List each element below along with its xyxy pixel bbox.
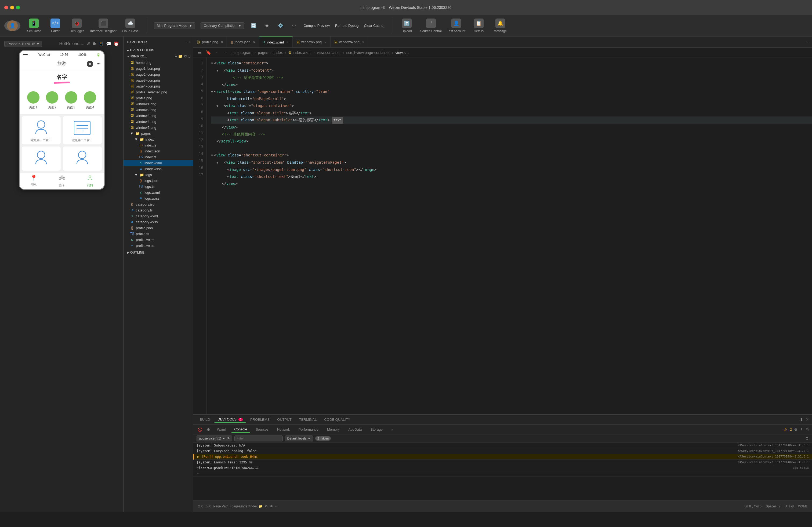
tab-code-quality[interactable]: CODE QUALITY <box>321 417 353 423</box>
console-clear-icon[interactable]: 🚫 <box>197 426 203 433</box>
file-window2-png[interactable]: 🖼 window2.png <box>124 107 193 113</box>
panel-close-icon[interactable]: ✕ <box>805 417 809 422</box>
tab-window5-png[interactable]: 🖼 window5.png × <box>293 36 331 48</box>
sim-record-icon[interactable]: ⏺ <box>92 41 97 46</box>
tab-index-wxml[interactable]: ≤ index.wxml × <box>259 36 293 48</box>
status-encoding[interactable]: UTF-8 <box>785 505 794 508</box>
console-filter-input[interactable] <box>234 436 283 441</box>
file-category-json[interactable]: {} category.json <box>124 201 193 207</box>
more-status-dots[interactable]: ⋯ <box>275 505 278 508</box>
tab-output[interactable]: OUTPUT <box>274 417 294 423</box>
phone-icon-3[interactable]: 页面3 <box>65 91 77 110</box>
nav-icon-left[interactable]: ☰ <box>197 50 202 55</box>
status-lang[interactable]: WXML <box>798 505 808 508</box>
file-logs-ts[interactable]: TS logs.ts <box>124 183 193 190</box>
file-page2-icon-png[interactable]: 🖼 page2-icon.png <box>124 71 193 77</box>
source-control-button[interactable]: ⑂ Source Control <box>420 18 442 33</box>
sim-phone-icon[interactable]: 📱 <box>99 41 104 46</box>
file-category-wxss[interactable]: ≅ category.wxss <box>124 219 193 225</box>
file-logs-wxss[interactable]: ≅ logs.wxss <box>124 195 193 201</box>
file-window5-png[interactable]: 🖼 window5.png <box>124 124 193 131</box>
nav-back-icon[interactable]: ← <box>214 50 221 55</box>
device-selector[interactable]: iPhone 5 100% 16 ▼ <box>4 41 42 47</box>
minimize-button[interactable] <box>10 6 14 10</box>
file-page1-icon-png[interactable]: 🖼 page1-icon.png <box>124 65 193 71</box>
collapse-icon[interactable]: ⤵ <box>188 54 190 59</box>
folder-logs[interactable]: ▼ 📁 logs <box>124 172 193 178</box>
sub-tab-wxml[interactable]: Wxml <box>214 426 229 433</box>
file-home-png[interactable]: 🖼 home.png <box>124 60 193 65</box>
close-tab-index-wxml[interactable]: × <box>287 40 289 44</box>
close-tab-profile[interactable]: × <box>221 40 223 44</box>
sub-tab-console[interactable]: Console <box>231 426 250 433</box>
new-folder-icon[interactable]: 📁 <box>178 54 183 59</box>
sim-bubble-icon[interactable]: 💬 <box>106 41 112 46</box>
tab-problems[interactable]: PROBLEMS <box>247 417 273 423</box>
console-row-prompt[interactable]: > <box>193 471 812 477</box>
tab-build[interactable]: BUILD <box>197 417 213 423</box>
console-gear-icon[interactable]: ⚙ <box>805 436 809 441</box>
explorer-more-icon[interactable]: ⋯ <box>186 40 190 44</box>
close-tab-window4[interactable]: × <box>362 40 364 44</box>
file-index-wxss[interactable]: ≅ index.wxss <box>124 166 193 172</box>
eye-status-icon[interactable]: 👁 <box>270 505 273 508</box>
tab-terminal[interactable]: TERMINAL <box>296 417 320 423</box>
file-page4-icon-png[interactable]: 🖼 page4-icon.png <box>124 83 193 89</box>
file-profile-png[interactable]: 🖼 profile.png <box>124 95 193 101</box>
simulator-button[interactable]: 📱 Simulator <box>26 18 42 33</box>
file-profile-wxml[interactable]: ≤ profile.wxml <box>124 237 193 243</box>
close-button[interactable] <box>4 6 8 10</box>
appservice-select[interactable]: appservice (#1) ▼ 👁 <box>197 436 232 441</box>
mini-program-mode-select[interactable]: Mini Program Mode ▼ <box>154 22 195 29</box>
preview-eye-button[interactable]: 👁 <box>263 22 271 30</box>
refresh-button[interactable]: 🔄 <box>250 22 258 30</box>
tab-devtools[interactable]: DEVTOOLS 2 <box>214 416 246 423</box>
close-tab-window5[interactable]: × <box>324 40 327 44</box>
file-profile-json[interactable]: {} profile.json <box>124 225 193 231</box>
file-window3-png[interactable]: 🖼 window3.png <box>124 113 193 119</box>
maximize-button[interactable] <box>16 6 20 10</box>
file-logs-json[interactable]: {} logs.json <box>124 178 193 183</box>
test-account-button[interactable]: 👤 Test Account <box>447 18 465 33</box>
phone-window-1[interactable]: 这是第一个窗口 <box>22 116 61 144</box>
settings-gear-icon[interactable]: ⚙ <box>265 505 268 508</box>
file-profile-wxss[interactable]: ≅ profile.wxss <box>124 243 193 249</box>
sub-tab-appdata[interactable]: AppData <box>345 426 365 433</box>
outline-title[interactable]: ▶ OUTLINE <box>127 250 190 255</box>
file-window4-png[interactable]: 🖼 window4.png <box>124 119 193 124</box>
sim-refresh-icon[interactable]: ↺ <box>86 41 90 46</box>
nav-forward-icon[interactable]: → <box>223 50 229 55</box>
tab-window4-png[interactable]: 🖼 window4.png × <box>331 36 368 48</box>
panel-expand-icon[interactable]: ⬆ <box>800 417 803 422</box>
details-button[interactable]: 📋 Details <box>471 18 487 33</box>
console-settings-icon[interactable]: ⚙ <box>794 427 798 432</box>
sub-tab-performance[interactable]: Performance <box>295 426 322 433</box>
sub-tab-network[interactable]: Network <box>274 426 293 433</box>
phone-window-4[interactable] <box>63 147 102 171</box>
file-index-json[interactable]: {} index.json <box>124 148 193 154</box>
console-kebab-icon[interactable]: ⋮ <box>800 427 803 432</box>
status-warnings[interactable]: ⚠ 0 <box>205 505 211 508</box>
file-profile-selected-png[interactable]: 🖼 profile_selected.png <box>124 89 193 95</box>
phone-window-2[interactable]: 这是第二个窗口 <box>63 116 102 144</box>
file-category-ts[interactable]: TS category.ts <box>124 207 193 213</box>
debugger-button[interactable]: 🐞 Debugger <box>69 18 85 33</box>
tab-index-json[interactable]: {} index.json × <box>227 36 259 48</box>
file-profile-ts[interactable]: TS profile.ts <box>124 231 193 237</box>
phone-tab-mine[interactable]: 我的 <box>87 175 93 187</box>
upload-button[interactable]: ⬆️ Upload <box>399 18 415 33</box>
folder-pages[interactable]: ▼ 📁 pages <box>124 131 193 136</box>
file-page3-icon-png[interactable]: 🖼 page3-icon.png <box>124 77 193 83</box>
clear-cache-btn[interactable]: Clear Cache <box>364 24 383 28</box>
remote-debug-btn[interactable]: Remote Debug <box>335 24 359 28</box>
eye-icon[interactable]: 👁 <box>227 437 230 440</box>
sim-clock-icon[interactable]: ⏰ <box>114 41 119 46</box>
more-button[interactable]: ⋯ <box>290 22 298 30</box>
file-index-wxml[interactable]: ≤ index.wxml <box>124 160 193 166</box>
phone-menu-dots[interactable]: ••• <box>97 62 101 66</box>
open-editors-section[interactable]: ▶ OPEN EDITORS <box>124 47 193 53</box>
page-path-item[interactable]: Page Path › pages/index/index 📁 <box>213 505 263 508</box>
file-index-js[interactable]: JS index.js <box>124 142 193 148</box>
cloud-base-button[interactable]: ☁️ Cloud Base <box>122 18 139 33</box>
phone-icon-4[interactable]: 页面4 <box>84 91 96 110</box>
